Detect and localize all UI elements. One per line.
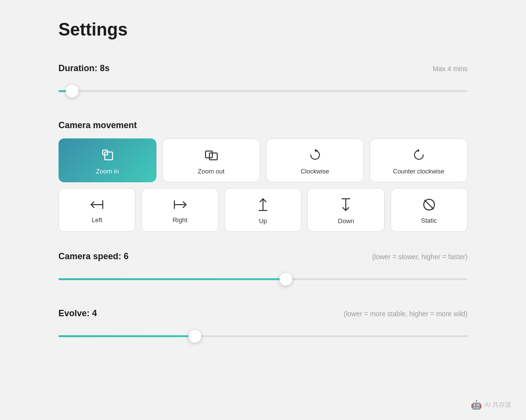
camera-movement-label: Camera movement (58, 120, 137, 131)
camera-speed-hint: (lower = slower, higher = faster) (372, 253, 468, 261)
down-label: Down (338, 217, 354, 225)
watermark-text: AI 共存派 (485, 401, 511, 409)
left-label: Left (92, 216, 102, 224)
evolve-slider-container (58, 326, 468, 346)
evolve-section: Evolve: 4 (lower = more stable, higher =… (58, 308, 468, 346)
counter-clockwise-icon (412, 148, 426, 164)
up-label: Up (259, 217, 267, 225)
up-icon (257, 198, 269, 213)
svg-rect-1 (105, 152, 113, 160)
down-icon (340, 198, 352, 213)
static-icon (423, 198, 435, 213)
movement-btn-zoom-out[interactable]: Zoom out (162, 138, 260, 182)
movement-btn-left[interactable]: Left (58, 188, 135, 232)
zoom-out-icon (205, 148, 218, 164)
zoom-in-icon (101, 148, 114, 164)
duration-max-label: Max 4 mins (432, 65, 468, 73)
camera-movement-section: Camera movement Zoom in (58, 120, 468, 232)
right-label: Right (172, 216, 187, 224)
counter-clockwise-label: Counter clockwise (393, 168, 445, 175)
page-container: Settings Duration: 8s Max 4 mins Camera … (0, 0, 526, 420)
zoom-out-label: Zoom out (198, 168, 225, 175)
camera-movement-row1: Zoom in Zoom out (58, 138, 468, 182)
camera-speed-section: Camera speed: 6 (lower = slower, higher … (58, 251, 468, 289)
duration-slider-container (58, 81, 468, 101)
clockwise-icon (308, 148, 322, 164)
evolve-label: Evolve: 4 (58, 308, 97, 319)
camera-speed-label: Camera speed: 6 (58, 251, 129, 262)
clockwise-label: Clockwise (301, 168, 329, 175)
movement-btn-zoom-in[interactable]: Zoom in (58, 138, 156, 182)
movement-btn-clockwise[interactable]: Clockwise (266, 138, 364, 182)
movement-btn-static[interactable]: Static (391, 188, 468, 232)
movement-btn-right[interactable]: Right (141, 188, 218, 232)
movement-btn-counter-clockwise[interactable]: Counter clockwise (370, 138, 468, 182)
right-icon (173, 199, 187, 212)
left-icon (90, 199, 104, 212)
svg-line-15 (425, 200, 433, 209)
zoom-in-label: Zoom in (96, 168, 119, 175)
static-label: Static (421, 217, 437, 224)
page-title: Settings (58, 19, 468, 40)
duration-section: Duration: 8s Max 4 mins (58, 63, 468, 101)
watermark: 🤖 AI 共存派 (471, 400, 511, 410)
movement-btn-down[interactable]: Down (307, 188, 384, 232)
camera-speed-slider-container (58, 269, 468, 289)
svg-rect-3 (209, 153, 217, 160)
watermark-icon: 🤖 (471, 400, 482, 410)
duration-label: Duration: 8s (58, 63, 110, 74)
camera-movement-row2: Left Right (58, 188, 468, 232)
evolve-hint: (lower = more stable, higher = more wild… (344, 310, 468, 318)
movement-btn-up[interactable]: Up (225, 188, 301, 232)
